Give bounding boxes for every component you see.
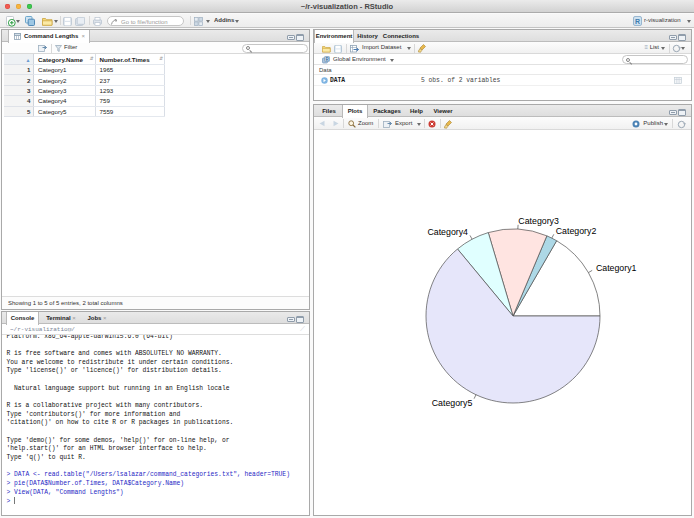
- svg-text:Category3: Category3: [518, 216, 559, 226]
- svg-text:Category1: Category1: [596, 263, 637, 273]
- svg-text:R: R: [635, 18, 640, 25]
- svg-text:Category2: Category2: [556, 226, 597, 236]
- svg-text:Category5: Category5: [432, 398, 473, 408]
- svg-text:Category4: Category4: [427, 227, 468, 237]
